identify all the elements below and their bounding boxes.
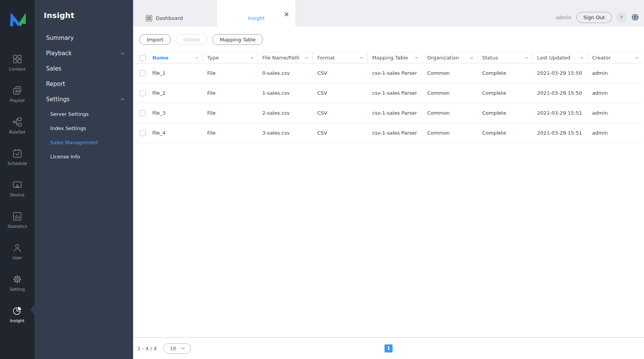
sort-asc-icon — [580, 57, 583, 59]
cell-organization: Common — [423, 90, 478, 96]
main-area: DashboardInsight× admin Sign Out ? Impor… — [133, 0, 644, 359]
magicinfo-logo[interactable] — [0, 0, 35, 38]
page-size-value: 10 — [170, 346, 176, 351]
row-checkbox-cell — [133, 90, 148, 96]
cell-name: file_1 — [148, 70, 203, 76]
row-checkbox-cell — [133, 70, 148, 76]
cell-organization: Common — [423, 130, 478, 136]
rail-items: ContentPlaylistRuleSetScheduleDeviceStat… — [0, 38, 35, 337]
sidebar-item-sales-management[interactable]: Sales Management — [35, 135, 133, 150]
empty-space — [133, 143, 644, 337]
sidebar-item-settings[interactable]: Settings — [35, 92, 133, 107]
select-all-cell — [133, 53, 148, 63]
cell-type: File — [203, 110, 257, 116]
mapping-table-button[interactable]: Mapping Table — [212, 34, 264, 45]
rail-item-insight[interactable]: Insight — [0, 305, 35, 325]
insight-icon — [12, 305, 22, 316]
toolbar: ImportDeleteMapping Table — [133, 27, 644, 52]
column-header-name[interactable]: Name — [148, 53, 203, 63]
cell-name: file_3 — [148, 110, 203, 116]
column-label: Creator — [592, 55, 611, 61]
username: admin — [556, 15, 572, 20]
cell-file-name-path: 3-sales.csv — [258, 130, 313, 136]
page-size-dropdown[interactable]: 10 — [163, 343, 191, 354]
table-row[interactable]: file_2File1-sales.csvCSVcsv-1-sales Pars… — [133, 83, 642, 103]
sidebar-item-sales[interactable]: Sales — [35, 61, 133, 76]
cell-file-name-path: 0-sales.csv — [258, 70, 313, 76]
pagination-range: 1 - 4 / 4 — [137, 346, 156, 351]
column-header-organization[interactable]: Organization — [423, 53, 478, 63]
table-header-row: NameTypeFile Name/PathFormatMapping Tabl… — [133, 52, 642, 63]
row-checkbox[interactable] — [140, 70, 146, 76]
close-icon[interactable]: × — [284, 11, 289, 18]
sidebar-item-report[interactable]: Report — [35, 76, 133, 92]
column-header-type[interactable]: Type — [203, 53, 257, 63]
sidebar-item-index-settings[interactable]: Index Settings — [35, 121, 133, 135]
content-icon — [12, 54, 22, 64]
sign-out-button[interactable]: Sign Out — [576, 12, 612, 23]
rail-item-device[interactable]: Device — [0, 180, 35, 199]
tab-insight[interactable]: Insight× — [217, 0, 295, 27]
cell-name: file_4 — [148, 130, 203, 136]
schedule-icon — [12, 148, 22, 158]
column-header-format[interactable]: Format — [313, 53, 367, 63]
rail-item-ruleset[interactable]: RuleSet — [0, 117, 35, 137]
delete-button: Delete — [176, 34, 208, 45]
setting-icon — [12, 274, 22, 284]
files-table: NameTypeFile Name/PathFormatMapping Tabl… — [133, 52, 642, 143]
rail-item-label: Schedule — [8, 161, 27, 166]
globe-icon[interactable] — [631, 13, 639, 21]
table-row[interactable]: file_4File3-sales.csvCSVcsv-1-sales Pars… — [133, 123, 642, 143]
row-checkbox-cell — [133, 110, 148, 116]
rail-item-setting[interactable]: Setting — [0, 274, 35, 294]
column-label: Status — [482, 55, 498, 61]
tab-dashboard[interactable]: Dashboard — [133, 0, 217, 27]
column-label: Format — [317, 55, 335, 61]
rail-item-statistics[interactable]: Statistics — [0, 211, 35, 231]
column-header-status[interactable]: Status — [478, 53, 532, 63]
pagination-bar: 1 - 4 / 4 10 1 — [133, 337, 644, 359]
cell-last-updated: 2021-03-29 15:50 — [532, 90, 587, 96]
cell-mapping-table: csv-1-sales Parser — [367, 110, 422, 116]
rail-item-user[interactable]: User — [0, 242, 35, 262]
rail-item-content[interactable]: Content — [0, 54, 35, 74]
row-checkbox[interactable] — [140, 130, 146, 136]
statistics-icon — [12, 211, 22, 221]
cell-status: Complete — [478, 110, 532, 116]
sidebar-item-playback[interactable]: Playback — [35, 46, 133, 61]
import-button[interactable]: Import — [139, 34, 171, 45]
rail-item-schedule[interactable]: Schedule — [0, 148, 35, 168]
column-header-mapping-table[interactable]: Mapping Table — [367, 53, 422, 63]
sidebar-item-summary[interactable]: Summary — [35, 30, 133, 46]
table-row[interactable]: file_1File0-sales.csvCSVcsv-1-sales Pars… — [133, 63, 642, 83]
icon-rail: ContentPlaylistRuleSetScheduleDeviceStat… — [0, 0, 35, 359]
cell-type: File — [203, 130, 257, 136]
column-header-last-updated[interactable]: Last Updated — [532, 53, 587, 63]
help-button[interactable]: ? — [616, 12, 627, 23]
row-checkbox-cell — [133, 130, 148, 136]
column-label: Name — [152, 55, 168, 61]
rail-item-label: Insight — [10, 318, 24, 323]
sidebar-menu: SummaryPlaybackSalesReportSettingsServer… — [35, 30, 133, 164]
column-label: File Name/Path — [262, 55, 300, 61]
page-button-1[interactable]: 1 — [385, 344, 393, 352]
cell-name: file_2 — [148, 90, 203, 96]
sidebar-item-server-settings[interactable]: Server Settings — [35, 107, 133, 121]
sort-asc-icon — [360, 57, 363, 59]
device-icon — [12, 180, 22, 190]
sidebar-item-license-info[interactable]: License Info — [35, 150, 133, 164]
table-row[interactable]: file_3File2-sales.csvCSVcsv-1-sales Pars… — [133, 103, 642, 123]
row-checkbox[interactable] — [140, 90, 146, 96]
row-checkbox[interactable] — [140, 110, 146, 116]
select-all-checkbox[interactable] — [140, 55, 146, 61]
cell-creator: admin — [588, 110, 642, 116]
tab-bar: DashboardInsight× admin Sign Out ? — [133, 0, 644, 27]
tab-label: Insight — [248, 15, 265, 21]
cell-type: File — [203, 90, 257, 96]
rail-item-playlist[interactable]: Playlist — [0, 85, 35, 105]
cell-last-updated: 2021-03-29 15:51 — [532, 130, 587, 136]
column-header-file-name-path[interactable]: File Name/Path — [258, 53, 313, 63]
content-area: ImportDeleteMapping Table NameTypeFile N… — [133, 27, 644, 359]
rail-item-label: Content — [9, 67, 26, 72]
column-header-creator[interactable]: Creator — [588, 53, 642, 63]
